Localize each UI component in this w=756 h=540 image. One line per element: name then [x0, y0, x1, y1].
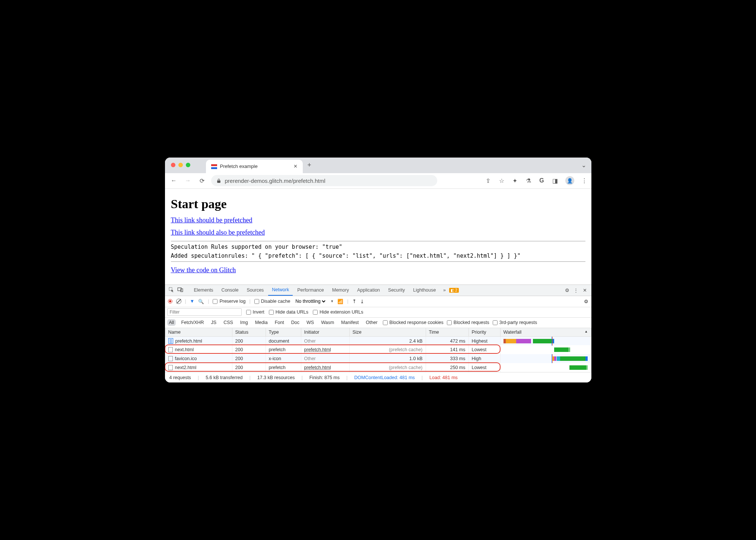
request-type: prefetch	[266, 363, 301, 372]
preserve-log-checkbox[interactable]: Preserve log	[213, 299, 245, 304]
search-icon[interactable]: 🔍	[198, 299, 204, 304]
request-initiator[interactable]: prefetch.html	[301, 345, 349, 354]
blocked-cookies-checkbox[interactable]: Blocked response cookies	[383, 320, 444, 325]
tab-list-chevron-icon[interactable]: ⌄	[581, 162, 586, 169]
filter-ws[interactable]: WS	[305, 319, 316, 326]
summary-load: Load: 481 ms	[429, 375, 458, 380]
svg-rect-0	[211, 164, 217, 166]
minimize-window-icon[interactable]	[178, 163, 183, 167]
filter-js[interactable]: JS	[209, 319, 219, 326]
network-type-filters: All Fetch/XHR JS CSS Img Media Font Doc …	[165, 318, 591, 328]
third-party-checkbox[interactable]: 3rd-party requests	[493, 320, 537, 325]
tab-security[interactable]: Security	[384, 285, 409, 296]
network-conditions-wifi-icon[interactable]: 📶	[337, 299, 343, 304]
tab-elements[interactable]: Elements	[190, 285, 217, 296]
profile-avatar[interactable]: 👤	[565, 176, 574, 185]
address-bar[interactable]: prerender-demos.glitch.me/prefetch.html	[211, 175, 438, 186]
reload-button[interactable]: ⟳	[197, 177, 207, 184]
devtools-close-icon[interactable]: ✕	[581, 288, 589, 293]
forward-button[interactable]: →	[183, 177, 193, 184]
request-priority: Highest	[468, 336, 500, 345]
bookmark-star-icon[interactable]: ☆	[498, 177, 505, 184]
page-heading: Start page	[171, 197, 585, 211]
waterfall-bar	[504, 356, 588, 362]
hide-data-urls-checkbox[interactable]: Hide data URLs	[269, 309, 308, 315]
table-row[interactable]: next2.html 200 prefetch prefetch.html (p…	[165, 363, 591, 372]
col-time[interactable]: Time	[426, 328, 468, 337]
clear-button[interactable]	[176, 299, 181, 304]
request-status: 200	[232, 354, 266, 363]
tab-lighthouse[interactable]: Lighthouse	[409, 285, 439, 296]
table-row[interactable]: favicon.ico 200 x-icon Other 1.0 kB 333 …	[165, 354, 591, 363]
share-icon[interactable]: ⇪	[485, 177, 492, 184]
summary-dcl: DOMContentLoaded: 481 ms	[354, 375, 415, 380]
tab-network[interactable]: Network	[268, 285, 293, 296]
throttling-select[interactable]: No throttling	[294, 298, 327, 304]
filter-font[interactable]: Font	[273, 319, 286, 326]
table-row[interactable]: next.html 200 prefetch prefetch.html (pr…	[165, 345, 591, 354]
invert-checkbox[interactable]: Invert	[246, 309, 264, 315]
prefetch-link-2[interactable]: This link should also be prefetched	[171, 229, 265, 236]
hide-extension-urls-checkbox[interactable]: Hide extension URLs	[313, 309, 363, 315]
filter-other[interactable]: Other	[364, 319, 379, 326]
device-toolbar-icon[interactable]	[176, 287, 184, 294]
maximize-window-icon[interactable]	[186, 163, 190, 167]
more-tabs-chevron-icon[interactable]: »	[440, 288, 448, 293]
request-initiator[interactable]: prefetch.html	[301, 363, 349, 372]
devtools-tabs: Elements Console Sources Network Perform…	[165, 285, 591, 296]
svg-rect-2	[211, 167, 217, 169]
tab-close-icon[interactable]: ✕	[293, 163, 298, 169]
import-har-icon[interactable]: ⤒	[352, 299, 356, 304]
tab-console[interactable]: Console	[218, 285, 242, 296]
devtools-menu-icon[interactable]: ⋮	[572, 288, 580, 293]
col-waterfall[interactable]: Waterfall▲	[500, 328, 591, 337]
speculation-supported-text: Speculation Rules supported on your brow…	[171, 244, 585, 250]
filter-input[interactable]	[167, 308, 242, 316]
col-size[interactable]: Size	[349, 328, 426, 337]
request-name: prefetch.html	[175, 339, 202, 344]
export-har-icon[interactable]: ⤓	[360, 299, 364, 304]
filter-fetch[interactable]: Fetch/XHR	[179, 319, 206, 326]
devtools-settings-gear-icon[interactable]: ⚙	[563, 288, 571, 293]
prefetch-link-1[interactable]: This link should be prefetched	[171, 216, 252, 224]
side-panel-icon[interactable]: ◨	[552, 177, 559, 184]
filter-css[interactable]: CSS	[222, 319, 235, 326]
network-settings-gear-icon[interactable]: ⚙	[584, 299, 588, 304]
col-status[interactable]: Status	[232, 328, 266, 337]
table-row[interactable]: prefetch.html 200 document Other 2.4 kB …	[165, 336, 591, 345]
filter-doc[interactable]: Doc	[289, 319, 301, 326]
request-initiator: Other	[301, 354, 349, 363]
record-button[interactable]	[168, 299, 172, 304]
col-name[interactable]: Name	[165, 328, 232, 337]
google-g-icon[interactable]: G	[539, 177, 545, 184]
col-type[interactable]: Type	[266, 328, 301, 337]
request-type: x-icon	[266, 354, 301, 363]
filter-funnel-icon[interactable]: ▼	[190, 299, 194, 304]
tab-application[interactable]: Application	[353, 285, 384, 296]
filter-all[interactable]: All	[167, 319, 176, 326]
tab-sources[interactable]: Sources	[243, 285, 267, 296]
browser-window: Prefetch example ✕ + ⌄ ← → ⟳ prerender-d…	[165, 158, 591, 383]
filter-media[interactable]: Media	[253, 319, 270, 326]
filter-wasm[interactable]: Wasm	[319, 319, 336, 326]
disable-cache-checkbox[interactable]: Disable cache	[254, 299, 290, 304]
close-window-icon[interactable]	[171, 163, 175, 167]
col-priority[interactable]: Priority	[468, 328, 500, 337]
browser-menu-icon[interactable]: ⋮	[581, 177, 588, 184]
inspect-element-icon[interactable]	[167, 287, 175, 294]
col-initiator[interactable]: Initiator	[301, 328, 349, 337]
view-code-link[interactable]: View the code on Glitch	[171, 266, 236, 274]
extensions-puzzle-icon[interactable]: ✦	[512, 177, 518, 184]
blocked-requests-checkbox[interactable]: Blocked requests	[447, 320, 489, 325]
warnings-badge[interactable]: ◧ 2	[449, 288, 458, 293]
tab-memory[interactable]: Memory	[328, 285, 353, 296]
filter-manifest[interactable]: Manifest	[339, 319, 360, 326]
labs-flask-icon[interactable]: ⚗	[525, 177, 532, 184]
back-button[interactable]: ←	[169, 177, 179, 184]
filter-img[interactable]: Img	[238, 319, 250, 326]
speculation-rules-text: Added speculationrules: " { "prefetch": …	[171, 252, 585, 259]
file-icon	[168, 365, 173, 370]
new-tab-button[interactable]: +	[303, 161, 316, 169]
tab-performance[interactable]: Performance	[293, 285, 328, 296]
browser-tab[interactable]: Prefetch example ✕	[206, 160, 303, 173]
